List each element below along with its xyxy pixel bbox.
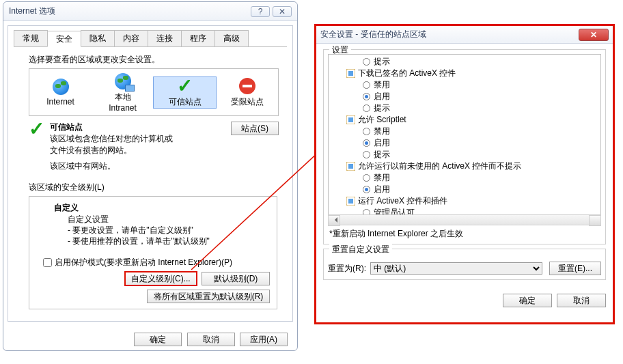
check-icon: ✓ [29, 122, 44, 172]
activex-icon [346, 69, 355, 78]
check-icon: ✓ [176, 77, 194, 95]
apply-button[interactable]: 应用(A) [240, 333, 288, 346]
close-button[interactable]: ✕ [579, 29, 609, 41]
protected-mode-label: 启用保护模式(要求重新启动 Internet Explorer)(P) [55, 257, 232, 268]
default-level-button[interactable]: 默认级别(D) [202, 272, 270, 285]
cancel-button[interactable]: 取消 [187, 333, 235, 346]
globe-icon [52, 78, 70, 96]
tab-strip: 常规 安全 隐私 内容 连接 程序 高级 [14, 30, 292, 46]
trusted-title: 可信站点 [50, 122, 83, 132]
tab-privacy[interactable]: 隐私 [81, 30, 115, 46]
dialog-body: 常规 安全 隐私 内容 连接 程序 高级 选择要查看的区域或更改安全设置。 In… [8, 25, 293, 322]
reset-button[interactable]: 重置(E)... [549, 262, 601, 275]
reset-group-legend: 重置自定义设置 [329, 244, 392, 255]
trusted-desc-line3: 该区域中有网站。 [50, 160, 231, 172]
radio-icon [363, 81, 370, 89]
trusted-zone-description: ✓ 可信站点 该区域包含您信任对您的计算机或 文件没有损害的网站。 该区域中有网… [29, 122, 279, 172]
settings-tree[interactable]: 提示下载已签名的 ActiveX 控件禁用启用提示允许 Scriptlet禁用启… [328, 54, 601, 215]
titlebar: Internet 选项 ? ✕ [3, 2, 297, 21]
cancel-button[interactable]: 取消 [557, 294, 606, 307]
tree-option[interactable]: 启用 [330, 137, 599, 149]
activex-icon [346, 197, 355, 206]
tab-content[interactable]: 内容 [114, 30, 148, 46]
svg-rect-2 [348, 71, 353, 76]
activex-icon [346, 115, 355, 124]
radio-icon [363, 128, 370, 135]
tree-option[interactable]: 禁用 [330, 172, 599, 184]
radio-icon [363, 104, 370, 112]
reset-group: 重置自定义设置 重置为(R): 中 (默认) 重置(E)... [323, 249, 606, 280]
zone-trusted-sites[interactable]: ✓ 可信站点 [153, 76, 217, 109]
tree-node: 允许运行以前未使用的 ActiveX 控件而不提示 [330, 160, 599, 172]
horizontal-scrollbar[interactable] [328, 214, 601, 225]
reset-all-zones-button[interactable]: 将所有区域重置为默认级别(R) [147, 290, 270, 303]
stop-icon [238, 77, 256, 95]
activex-icon [346, 162, 355, 171]
reset-to-label: 重置为(R): [328, 263, 366, 275]
security-settings-window: 安全设置 - 受信任的站点区域 ✕ 设置 提示下载已签名的 ActiveX 控件… [314, 24, 615, 324]
radio-icon [363, 151, 370, 158]
tab-general[interactable]: 常规 [14, 30, 48, 46]
window-title: 安全设置 - 受信任的站点区域 [320, 29, 579, 40]
radio-icon [363, 139, 370, 147]
radio-icon [363, 186, 370, 193]
zone-local-intranet[interactable]: 本地 Intranet [92, 72, 154, 113]
ok-button[interactable]: 确定 [134, 333, 182, 346]
tree-option[interactable]: 提示 [330, 102, 599, 114]
tree-node: 运行 ActiveX 控件和插件 [330, 195, 599, 207]
sites-button[interactable]: 站点(S) [231, 122, 279, 135]
zone-list: Internet 本地 Intranet ✓ 可信站点 受限站点 [29, 68, 279, 116]
tab-security[interactable]: 安全 [47, 31, 81, 47]
tree-node: 下载已签名的 ActiveX 控件 [330, 68, 599, 79]
restart-note: *重新启动 Internet Explorer 之后生效 [329, 228, 601, 240]
protected-mode-checkbox[interactable] [43, 258, 52, 267]
close-button[interactable]: ✕ [273, 6, 292, 17]
tree-option[interactable]: 禁用 [330, 79, 599, 91]
internet-options-window: Internet 选项 ? ✕ 常规 安全 隐私 内容 连接 程序 高级 选择要… [3, 1, 298, 351]
settings-group: 设置 提示下载已签名的 ActiveX 控件禁用启用提示允许 Scriptlet… [323, 49, 606, 244]
radio-icon [363, 93, 370, 100]
help-button[interactable]: ? [251, 6, 270, 17]
tree-node: 允许 Scriptlet [330, 114, 599, 126]
custom-level-button[interactable]: 自定义级别(C)... [125, 272, 197, 285]
custom-title: 自定义 [54, 202, 270, 214]
globe-intranet-icon [114, 72, 132, 90]
custom-line3: - 要使用推荐的设置，请单击"默认级别" [68, 236, 270, 247]
radio-icon [363, 58, 370, 66]
svg-rect-4 [348, 117, 353, 122]
tab-programs[interactable]: 程序 [181, 30, 215, 46]
trusted-desc-line2: 文件没有损害的网站。 [50, 145, 231, 156]
tab-advanced[interactable]: 高级 [214, 30, 249, 46]
svg-rect-8 [348, 199, 353, 204]
tree-option[interactable]: 禁用 [330, 126, 599, 137]
titlebar: 安全设置 - 受信任的站点区域 ✕ [316, 26, 613, 44]
svg-rect-6 [348, 164, 353, 169]
zone-internet[interactable]: Internet [29, 78, 92, 107]
tree-option[interactable]: 启用 [330, 91, 599, 102]
window-title: Internet 选项 [9, 5, 248, 17]
tree-option[interactable]: 提示 [330, 149, 599, 160]
custom-line1: 自定义设置 [68, 214, 270, 225]
tab-connections[interactable]: 连接 [148, 30, 182, 46]
zone-prompt: 选择要查看的区域或更改安全设置。 [29, 54, 292, 66]
security-level-caption: 该区域的安全级别(L) [29, 182, 292, 193]
tree-option[interactable]: 启用 [330, 184, 599, 195]
radio-icon [363, 174, 370, 182]
tree-option[interactable]: 提示 [330, 56, 599, 68]
zone-restricted-sites[interactable]: 受限站点 [216, 77, 278, 108]
dialog-bottom-bar: 确定 取消 应用(A) [3, 333, 297, 346]
ok-button[interactable]: 确定 [503, 294, 552, 307]
reset-to-select[interactable]: 中 (默认) [370, 262, 542, 275]
trusted-desc-line1: 该区域包含您信任对您的计算机或 [50, 133, 231, 145]
custom-line2: - 要更改设置，请单击"自定义级别" [68, 225, 270, 236]
security-level-box: 自定义 自定义设置 - 要更改设置，请单击"自定义级别" - 要使用推荐的设置，… [29, 196, 277, 309]
